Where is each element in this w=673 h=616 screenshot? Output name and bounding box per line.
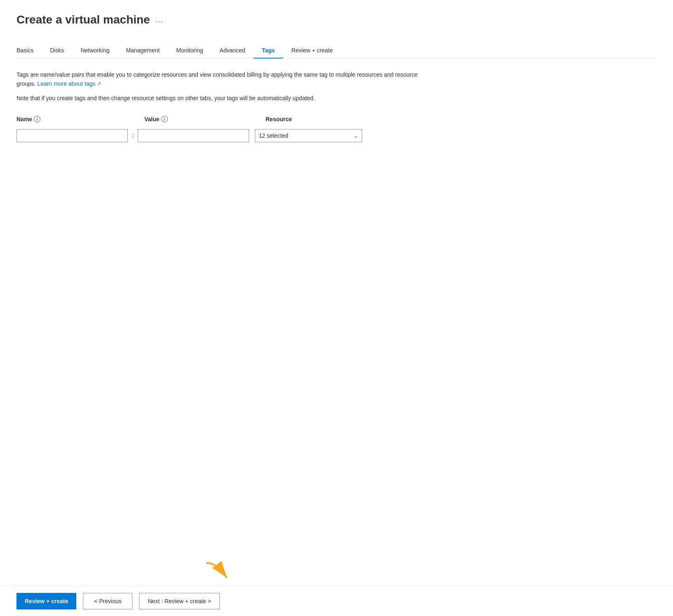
colon-separator: : [132, 132, 134, 139]
value-info-icon[interactable]: i [161, 116, 168, 122]
tab-disks[interactable]: Disks [42, 43, 72, 59]
name-input[interactable] [16, 129, 128, 142]
tab-review-create[interactable]: Review + create [283, 43, 341, 59]
next-review-create-button[interactable]: Next : Review + create > [139, 593, 219, 609]
tab-monitoring[interactable]: Monitoring [168, 43, 211, 59]
tab-management[interactable]: Management [118, 43, 168, 59]
page-title: Create a virtual machine [16, 13, 150, 26]
tab-advanced[interactable]: Advanced [212, 43, 254, 59]
tab-networking[interactable]: Networking [72, 43, 118, 59]
name-info-icon[interactable]: i [34, 116, 40, 122]
tab-navigation: Basics Disks Networking Management Monit… [16, 43, 657, 59]
chevron-down-icon: ⌄ [353, 132, 358, 139]
review-create-button[interactable]: Review + create [16, 593, 76, 609]
previous-button[interactable]: < Previous [83, 593, 132, 609]
value-field-label: Value [144, 116, 160, 122]
resource-dropdown-value: 12 selected [259, 132, 288, 139]
footer-bar: Review + create < Previous Next : Review… [0, 586, 673, 616]
tab-basics[interactable]: Basics [16, 43, 42, 59]
tab-tags[interactable]: Tags [254, 43, 283, 59]
description-text: Tags are name/value pairs that enable yo… [16, 70, 421, 89]
ellipsis-menu-button[interactable]: ... [155, 16, 164, 24]
external-link-icon: ↗ [97, 80, 101, 88]
name-field-label: Name [16, 116, 32, 122]
learn-more-link[interactable]: Learn more about tags ↗ [38, 79, 101, 88]
tags-form: Name i Value i Resource : 12 s [16, 116, 657, 142]
note-text: Note that if you create tags and then ch… [16, 94, 421, 103]
resource-field-label: Resource [266, 116, 292, 122]
resource-dropdown[interactable]: 12 selected ⌄ [255, 129, 362, 142]
value-input[interactable] [138, 129, 249, 142]
